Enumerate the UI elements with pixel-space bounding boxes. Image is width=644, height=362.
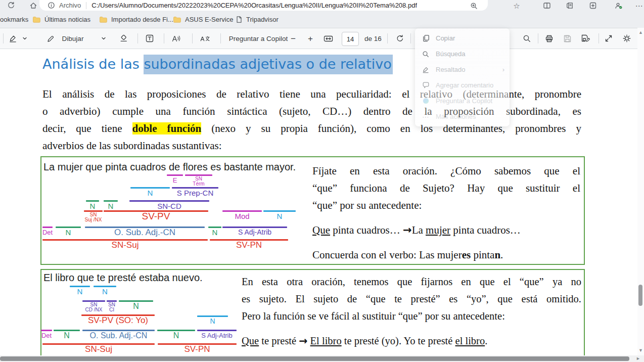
bookmark-folder-importado[interactable]: Importado desde Fi... [99,11,173,28]
home-icon[interactable] [28,1,38,11]
collections-icon[interactable] [565,1,575,11]
vertical-scrollbar[interactable] [637,28,644,355]
context-menu-item-copy[interactable]: Copiar [415,30,510,46]
title-prefix: Análisis de las [42,56,144,72]
text-segment: → [403,224,412,236]
toolbar-separator [387,33,388,43]
bookmark-folder-asus[interactable]: ASUS E-Service [173,11,233,28]
vertical-scrollbar-thumb[interactable] [638,285,642,306]
context-menu-item-ask-copilot[interactable]: Preguntar a Copilot [415,93,510,109]
diagram-segment: S Adj-Atrib [222,227,287,236]
browser-address-strip: Archivo C:/Users/Alumno/Documents/202220… [0,0,644,11]
copy-icon [422,34,430,42]
split-screen-icon[interactable] [542,1,552,11]
draw-tool-button[interactable] [44,28,57,49]
horizontal-scrollbar-thumb[interactable] [0,356,629,361]
text-segment: doble función [132,122,202,134]
scroll-right-arrow[interactable]: ► [636,356,640,361]
highlight-dropdown-chevron[interactable] [20,28,29,49]
bookmark-label: ASUS E-Service [185,16,233,23]
diagram-segment: SN CI [107,300,117,312]
chevron-down-icon [22,35,28,41]
diagram-segment: SN Suj /NX [84,210,103,222]
add-text-button[interactable] [143,28,157,49]
diagram-segment: SV-PN [158,343,237,353]
bookmark-cutoff[interactable]: ookmarks [0,11,28,28]
context-menu-item-more-actions[interactable]: ⋯ Más acciones [415,109,510,124]
chevron-down-icon [101,35,107,41]
page-number-input[interactable]: 14 [342,32,359,46]
bookmark-tripadvisor[interactable]: Tripadvisor [236,11,279,28]
favorite-star-icon[interactable]: ☆ [512,1,522,11]
address-bar[interactable]: Archivo C:/Users/Alumno/Documents/202220… [39,0,488,11]
diagram-segment: Det [42,227,53,236]
read-aloud-button[interactable] [169,28,184,49]
fullscreen-button[interactable] [602,28,616,49]
save-button[interactable] [560,28,574,49]
syntax-diagram-1: ESN TérmNS Prep-CNNNSN-CDSN Suj /NXSV-PV… [42,174,310,260]
diagram-segment: N [94,286,116,295]
zoom-out-button[interactable]: − [287,28,299,49]
copilot-icon [422,97,430,105]
bookmark-label: Tripadvisor [246,16,279,23]
folder-icon [173,16,181,23]
translate-icon [200,34,211,43]
save-as-button[interactable] [578,28,592,49]
context-menu-item-search[interactable]: Búsqueda [415,46,510,62]
context-menu-item-add-comment[interactable]: Agregar comentario [415,77,510,93]
translate-button[interactable] [197,28,213,49]
text-segment: Concuerda con el verbo: Las mujer [312,249,462,261]
search-icon [523,34,531,43]
save-as-icon [581,34,590,43]
context-menu-item-highlight[interactable]: Resaltado › [415,62,510,77]
draw-dropdown-chevron[interactable] [99,28,108,49]
address-url: C:/Users/Alumno/Documents/20222023%20CEP… [91,2,417,9]
rotate-button[interactable] [392,28,407,49]
info-icon [48,2,55,9]
highlighter-icon [9,34,17,43]
zoom-in-button[interactable]: + [304,28,316,49]
diagram-segment: Det [41,330,52,339]
ask-copilot-button[interactable]: Preguntar a Copilot [225,28,291,49]
eraser-button[interactable] [117,28,130,49]
print-button[interactable] [542,28,556,49]
title-selected-text[interactable]: subordinadas adjetivas o de relativo [144,55,392,74]
text-segment: es sujeto. El sujeto de “que te presté” … [242,293,581,304]
add-tab-icon[interactable] [588,1,598,11]
find-in-document-button[interactable] [520,28,534,49]
diagram-segment: O. Sub. Adj.-CN [85,227,205,236]
context-menu: Copiar Búsqueda Resaltado › Agregar come… [415,28,510,126]
bookmark-folder-ultimas-noticias[interactable]: Últimas noticias [32,11,90,28]
toolbar-separator [538,33,538,43]
text-segment: . [485,335,487,346]
bookmark-cutoff-label: ookmarks [0,16,28,23]
highlight-tool-button[interactable] [6,28,19,49]
folder-icon [32,16,41,23]
diagram-segment: SN-CD [129,200,209,210]
profile-sync-icon[interactable] [613,1,623,11]
scroll-down-arrow[interactable]: ▼ [638,348,643,353]
explanation-text-2: En esta otra oración, tenemos que fijarn… [242,273,581,349]
diagram-segment: SV-PN [210,239,288,249]
refresh-icon[interactable] [6,1,16,11]
bookmarks-bar: ookmarks Últimas noticias Importado desd… [0,11,644,28]
pdf-settings-button[interactable] [620,28,634,49]
rotate-icon [396,34,404,43]
address-scheme-label: Archivo [59,2,81,9]
zoom-page-icon[interactable] [469,1,479,11]
print-icon [545,34,554,43]
text-segment: adverbios de las subordinadas sustantiva… [42,140,222,152]
text-segment: te presté [259,335,299,346]
example-box-2: El libro que te presté estaba nuevo. NNS… [40,269,585,362]
text-segment: decir, que tiene [42,122,132,134]
browser-menu-icon[interactable]: ⋯ [634,1,644,11]
text-segment: Fíjate en esta oración. ¿Cómo sabemos qu… [312,165,580,177]
diagram-segment: N [119,300,153,310]
submenu-arrow-icon: › [502,66,504,73]
explanation-text-1: Fíjate en esta oración. ¿Cómo sabemos qu… [312,162,580,263]
fit-to-width-button[interactable] [320,28,336,49]
scroll-up-arrow[interactable]: ▲ [638,30,643,35]
text-segment: pinta cuadros… [330,224,403,236]
draw-tool-label[interactable]: Dibujar [58,28,88,49]
toolbar-separator [599,33,599,43]
